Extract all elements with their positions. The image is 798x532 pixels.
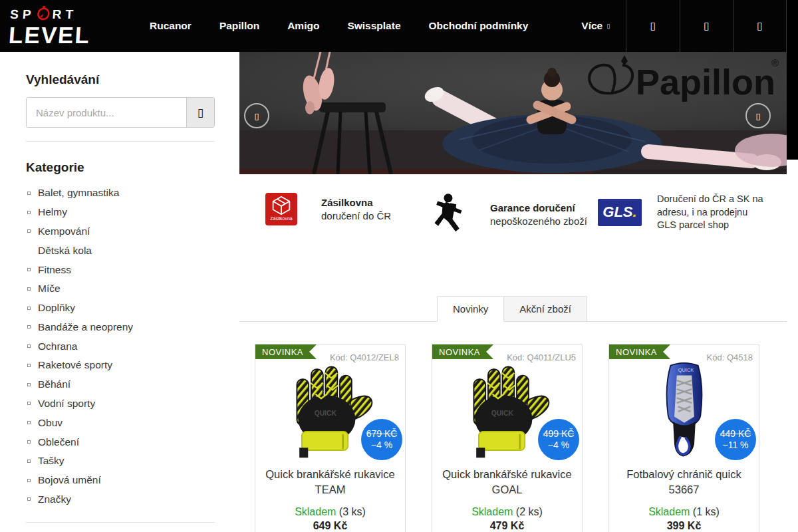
sidebar-item-tasky[interactable]: Tašky	[26, 452, 215, 471]
placeholder-icon: ▯	[704, 20, 709, 32]
svg-text:QUICK: QUICK	[314, 410, 336, 417]
sidebar-item-obuv[interactable]: Obuv	[26, 413, 215, 432]
logo-text-level: LEVEL	[8, 22, 96, 49]
category-label: Dětská kola	[38, 245, 92, 257]
carousel-prev-button[interactable]: ▯	[244, 103, 269, 128]
header-icon-button-1[interactable]: ▯	[626, 0, 680, 52]
sidebar-item-znacky[interactable]: Značky	[26, 490, 215, 509]
nav-item-obchodni-podminky[interactable]: Obchodní podmínky	[429, 20, 529, 32]
sidebar-item-balet-gymnastika[interactable]: Balet, gymnastika	[26, 184, 215, 203]
category-label: Oblečení	[38, 436, 79, 448]
header: SP RT LEVEL Rucanor Papillon Amigo Swiss…	[0, 0, 798, 52]
product-price: 399 Kč	[609, 520, 759, 532]
sidebar-item-mice[interactable]: Míče	[26, 279, 215, 299]
stopwatch-icon	[36, 6, 52, 24]
sidebar-item-kempovani[interactable]: Kempování	[26, 222, 215, 241]
stock-label: Skladem	[295, 506, 336, 517]
sidebar-item-bojova-umeni[interactable]: Bojová umění	[26, 471, 215, 490]
header-icon-button-3[interactable]: ▯	[733, 0, 787, 52]
header-icon-bar: ▯ ▯ ▯	[626, 0, 787, 52]
category-label: Balet, gymnastika	[38, 187, 119, 199]
stock-qty: (1 ks)	[690, 506, 719, 517]
feature-garance: Garance doručení nepoškozeného zboží	[429, 193, 587, 237]
product-card[interactable]: NOVINKA Kód: Q4012/ZEL8	[255, 344, 406, 532]
shin-guard-image: QUICK	[644, 362, 724, 460]
search-box: ▯	[26, 97, 215, 128]
category-label: Bojová umění	[38, 474, 101, 486]
bullet-icon	[27, 192, 31, 195]
prev-arrow-icon: ▯	[254, 111, 259, 121]
sidebar-item-raketove-sporty[interactable]: Raketové sporty	[26, 356, 215, 375]
svg-text:Papillon: Papillon	[636, 62, 775, 102]
carousel-next-button[interactable]: ▯	[745, 103, 771, 128]
zasilkovna-logo-text: Zásilkovna	[270, 216, 292, 221]
bullet-icon	[27, 287, 31, 291]
sidebar-item-vodni-sporty[interactable]: Vodní sporty	[26, 394, 215, 414]
header-icon-button-2[interactable]: ▯	[680, 0, 733, 52]
svg-text:®: ®	[771, 57, 779, 68]
product-title[interactable]: Quick brankářské rukavice GOAL	[432, 467, 582, 500]
logo-text-sp: SP	[10, 7, 36, 22]
tab-novinky[interactable]: Novinky	[437, 296, 504, 322]
sidebar-item-obleceni[interactable]: Oblečení	[26, 432, 215, 452]
feature-subtitle: nepoškozeného zboží	[490, 215, 587, 228]
sidebar-item-behani[interactable]: Běhání	[26, 375, 215, 394]
bullet-icon	[27, 402, 31, 405]
logo-sport-level[interactable]: SP RT LEVEL	[8, 5, 98, 49]
bullet-icon	[27, 307, 31, 310]
bullet-icon	[27, 479, 31, 482]
tab-akcni-zbozi[interactable]: Akční zboží	[504, 296, 587, 322]
category-list: Balet, gymnastika Helmy Kempování Dětská…	[26, 184, 215, 509]
feature-gls: GLS. Doručení do ČR a SK na adresu, i na…	[598, 193, 763, 232]
discount-percent: −11 %	[722, 440, 748, 451]
sidebar-item-bandaze-a-neopreny[interactable]: Bandáže a neopreny	[26, 317, 215, 336]
sidebar-item-helmy[interactable]: Helmy	[26, 203, 215, 222]
nav-item-swissplate[interactable]: Swissplate	[347, 20, 400, 32]
bullet-icon	[27, 268, 31, 271]
sidebar-item-detska-kola[interactable]: Dětská kola	[26, 241, 215, 260]
product-title[interactable]: Fotbalový chránič quick 53667	[609, 467, 759, 500]
bullet-icon	[27, 344, 31, 348]
search-title: Vyhledávání	[26, 72, 215, 87]
old-price: 499 KČ	[543, 428, 575, 440]
feature-line: adresu, i na prodejnu	[657, 206, 763, 219]
next-arrow-icon: ▯	[755, 111, 760, 121]
product-card[interactable]: NOVINKA Kód: Q4518	[608, 344, 759, 532]
main-nav: Rucanor Papillon Amigo Swissplate Obchod…	[150, 0, 610, 52]
nav-item-more[interactable]: Více ▯	[581, 20, 610, 32]
logo-text-rt: RT	[52, 7, 78, 22]
novinka-ribbon: NOVINKA	[609, 344, 670, 359]
product-code: Kód: Q4011/ZLU5	[507, 352, 576, 362]
discount-badge: 499 KČ −4 %	[538, 419, 579, 460]
svg-text:QUICK: QUICK	[491, 410, 513, 417]
nav-item-rucanor[interactable]: Rucanor	[150, 20, 192, 32]
old-price: 679 KČ	[366, 428, 398, 440]
placeholder-icon: ▯	[757, 20, 762, 32]
product-code: Kód: Q4518	[707, 352, 753, 362]
sidebar: Vyhledávání ▯ Kategorie Balet, gymnastik…	[26, 52, 215, 532]
sidebar-item-doplnky[interactable]: Doplňky	[26, 299, 215, 318]
scrollbar[interactable]	[787, 0, 798, 160]
hero-banner: Papillon ® ▯ ▯	[239, 52, 787, 174]
product-card[interactable]: NOVINKA Kód: Q4011/ZLU5	[432, 344, 583, 532]
placeholder-icon: ▯	[650, 20, 656, 32]
nav-item-amigo[interactable]: Amigo	[287, 20, 319, 32]
bullet-icon	[27, 421, 31, 424]
main-content: Papillon ® ▯ ▯	[239, 52, 787, 532]
chevron-down-icon: ▯	[606, 23, 610, 29]
category-label: Ochrana	[38, 340, 77, 352]
product-grid: NOVINKA Kód: Q4012/ZEL8	[255, 344, 759, 532]
category-label: Doplňky	[38, 302, 75, 314]
bullet-icon	[27, 440, 31, 444]
banner-photo: Papillon ®	[239, 52, 787, 174]
product-title[interactable]: Quick brankářské rukavice TEAM	[255, 467, 405, 500]
product-price: 649 Kč	[255, 520, 405, 532]
product-code: Kód: Q4012/ZEL8	[330, 352, 399, 362]
sidebar-item-fitness[interactable]: Fitness	[26, 260, 215, 279]
nav-item-papillon[interactable]: Papillon	[219, 20, 259, 32]
search-input[interactable]	[27, 98, 186, 127]
search-icon: ▯	[198, 106, 203, 120]
sidebar-item-ochrana[interactable]: Ochrana	[26, 336, 215, 356]
bullet-icon	[27, 460, 31, 463]
search-button[interactable]: ▯	[186, 98, 214, 127]
